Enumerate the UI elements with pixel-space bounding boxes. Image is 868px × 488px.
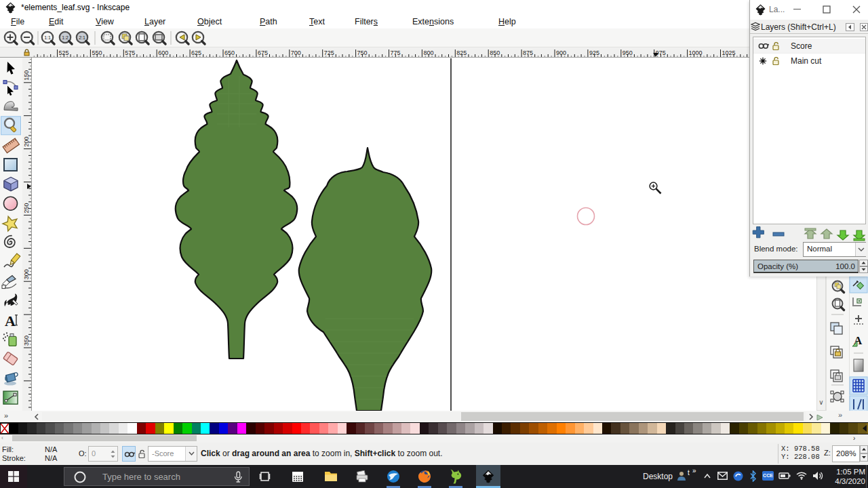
svg-text:250: 250 <box>23 203 30 213</box>
svg-text:2:1: 2:1 <box>79 35 85 40</box>
svg-text:A: A <box>5 312 16 329</box>
svg-text:150: 150 <box>23 70 30 81</box>
svg-text:1:2: 1:2 <box>62 35 68 40</box>
svg-text:300: 300 <box>23 269 30 279</box>
svg-text:1:1: 1:1 <box>44 35 51 40</box>
svg-text:200: 200 <box>23 137 30 147</box>
svg-text:1025: 1025 <box>722 49 736 56</box>
svg-text:350: 350 <box>23 336 30 346</box>
svg-text:1000: 1000 <box>689 49 703 56</box>
